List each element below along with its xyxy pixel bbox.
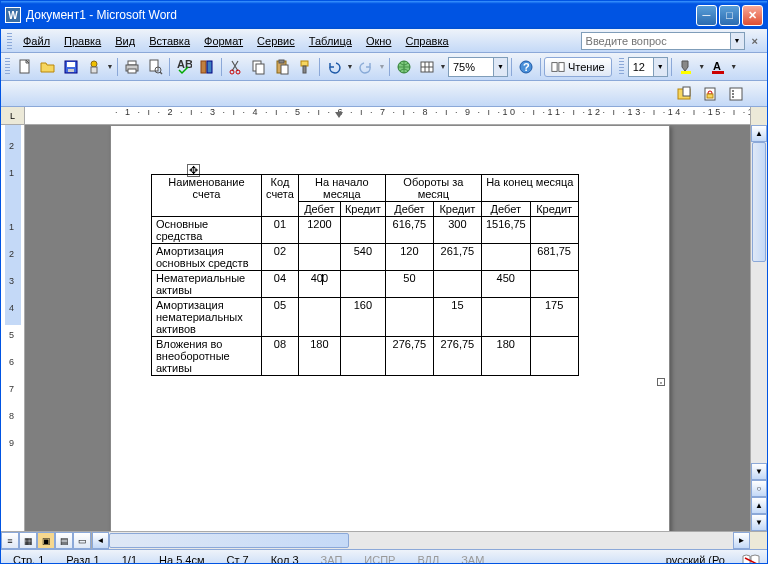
print-preview-button[interactable] [144, 56, 166, 78]
font-color-dropdown[interactable]: ▼ [730, 63, 738, 70]
help-button[interactable]: ? [515, 56, 537, 78]
svg-text:A: A [713, 60, 721, 72]
aux-insert-button[interactable] [673, 83, 695, 105]
spellcheck-status-icon[interactable] [741, 553, 761, 565]
scroll-right-button[interactable]: ► [733, 532, 750, 549]
research-button[interactable] [196, 56, 218, 78]
aux-form-button[interactable] [725, 83, 747, 105]
svg-rect-6 [128, 61, 136, 65]
menu-edit[interactable]: Правка [57, 32, 108, 50]
undo-dropdown[interactable]: ▼ [346, 63, 354, 70]
maximize-button[interactable]: □ [719, 5, 740, 26]
cut-button[interactable] [225, 56, 247, 78]
zoom-combo[interactable]: 75%▼ [448, 57, 508, 77]
tables-dropdown[interactable]: ▼ [439, 63, 447, 70]
print-button[interactable] [121, 56, 143, 78]
normal-view-button[interactable]: ≡ [1, 532, 19, 549]
vertical-ruler[interactable]: 21123456789 [1, 125, 25, 531]
menu-format[interactable]: Формат [197, 32, 250, 50]
document-table[interactable]: Наименование счета Код счета На начало м… [151, 174, 579, 376]
status-language[interactable]: русский (Ро [660, 554, 731, 565]
svg-rect-9 [150, 60, 158, 71]
svg-rect-8 [128, 69, 136, 73]
web-view-button[interactable]: ▦ [19, 532, 37, 549]
toolbar-grip[interactable] [5, 58, 10, 76]
highlight-button[interactable] [675, 56, 697, 78]
table-row[interactable]: Амортизация основных средств02540120261,… [152, 244, 579, 271]
table-row[interactable]: Вложения во внеоборотные активы08180276,… [152, 337, 579, 376]
table-row[interactable]: Амортизация нематериальных активов051601… [152, 298, 579, 337]
svg-point-41 [732, 90, 734, 92]
reading-view-button[interactable]: ▭ [73, 532, 91, 549]
next-page-button[interactable]: ▼ [751, 514, 767, 531]
outline-view-button[interactable]: ▤ [55, 532, 73, 549]
menu-help[interactable]: Справка [398, 32, 455, 50]
menubar-close-icon[interactable]: × [749, 35, 761, 47]
redo-button[interactable] [355, 56, 377, 78]
horizontal-ruler[interactable]: · 1 · ı · 2 · ı · 3 · ı · 4 · ı · 5 · ı … [25, 107, 750, 125]
h-scroll-thumb[interactable] [109, 533, 349, 548]
print-layout-view-button[interactable]: ▣ [37, 532, 55, 549]
svg-rect-39 [707, 94, 713, 98]
close-button[interactable]: ✕ [742, 5, 763, 26]
table-row[interactable]: Нематериальные активы0440050450 [152, 271, 579, 298]
table-row[interactable]: Основные средства011200616,753001516,75 [152, 217, 579, 244]
ask-question-input[interactable] [581, 32, 731, 50]
menu-view[interactable]: Вид [108, 32, 142, 50]
svg-text:?: ? [523, 61, 530, 73]
document-canvas[interactable]: ✥ Наименование счета Код счета На начало… [25, 125, 750, 531]
copy-button[interactable] [248, 56, 270, 78]
redo-dropdown[interactable]: ▼ [378, 63, 386, 70]
read-mode-button[interactable]: Чтение [544, 57, 612, 77]
svg-point-42 [732, 93, 734, 95]
svg-rect-22 [301, 61, 308, 66]
permission-button[interactable] [83, 56, 105, 78]
new-doc-button[interactable] [14, 56, 36, 78]
menu-insert[interactable]: Вставка [142, 32, 197, 50]
scroll-up-button[interactable]: ▲ [751, 125, 767, 142]
table-resize-handle[interactable]: ▫ [657, 378, 665, 386]
status-ovr[interactable]: ЗАМ [455, 554, 490, 565]
font-color-button[interactable]: A [707, 56, 729, 78]
undo-button[interactable] [323, 56, 345, 78]
spellcheck-button[interactable]: ABC [173, 56, 195, 78]
status-pages: 1/1 [116, 554, 143, 565]
aux-protect-button[interactable] [699, 83, 721, 105]
minimize-button[interactable]: ─ [696, 5, 717, 26]
svg-rect-18 [256, 64, 264, 74]
scroll-down-button[interactable]: ▼ [751, 463, 767, 480]
menu-table[interactable]: Таблица [302, 32, 359, 50]
svg-point-4 [91, 61, 97, 67]
open-button[interactable] [37, 56, 59, 78]
tab-selector[interactable]: L [1, 107, 25, 125]
ask-dropdown[interactable]: ▼ [731, 32, 745, 50]
menubar-grip[interactable] [7, 33, 12, 49]
save-button[interactable] [60, 56, 82, 78]
page: ✥ Наименование счета Код счета На начало… [110, 125, 670, 531]
horizontal-scrollbar[interactable]: ◄ ► [92, 532, 750, 549]
menu-window[interactable]: Окно [359, 32, 399, 50]
toolbar2-grip[interactable] [619, 58, 624, 76]
paste-button[interactable] [271, 56, 293, 78]
tables-borders-button[interactable] [416, 56, 438, 78]
scroll-left-button[interactable]: ◄ [92, 532, 109, 549]
browse-object-button[interactable]: ○ [751, 480, 767, 497]
status-rec[interactable]: ЗАП [315, 554, 349, 565]
scroll-thumb[interactable] [752, 142, 766, 262]
menu-file[interactable]: Файл [16, 32, 57, 50]
permission-dropdown[interactable]: ▼ [106, 63, 114, 70]
svg-rect-40 [730, 88, 742, 100]
highlight-dropdown[interactable]: ▼ [698, 63, 706, 70]
hyperlink-button[interactable] [393, 56, 415, 78]
menu-tools[interactable]: Сервис [250, 32, 302, 50]
font-size-combo[interactable]: 12▼ [628, 57, 668, 77]
format-painter-button[interactable] [294, 56, 316, 78]
tab-stop-marker[interactable] [335, 112, 343, 120]
status-trk[interactable]: ИСПР [358, 554, 401, 565]
vertical-scrollbar[interactable]: ▲ ▼ ○ ▲ ▼ [750, 125, 767, 531]
svg-rect-21 [281, 65, 288, 74]
status-ext[interactable]: ВДЛ [411, 554, 445, 565]
prev-page-button[interactable]: ▲ [751, 497, 767, 514]
svg-rect-35 [712, 71, 724, 74]
status-page: Стр. 1 [7, 554, 50, 565]
